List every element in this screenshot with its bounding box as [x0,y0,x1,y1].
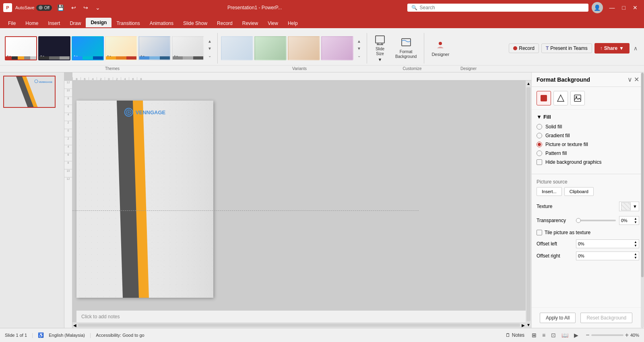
search-input[interactable] [420,5,584,10]
record-button[interactable]: Record [509,43,539,53]
hide-bg-checkbox[interactable] [537,159,542,165]
avatar[interactable]: 👤 [592,2,603,13]
ribbon-collapse-button[interactable]: ∧ [632,44,639,52]
fill-gradient-tab[interactable] [553,91,568,105]
solid-fill-option[interactable]: Solid fill [537,124,639,130]
tab-transitions[interactable]: Transitions [111,19,144,28]
share-button[interactable]: ↑ Share ▼ [594,43,630,54]
notes-button[interactable]: 🗒 Notes [506,332,524,338]
variant-item-2[interactable] [254,36,287,60]
panel-scrollbar[interactable] [641,72,644,328]
save-button[interactable]: 💾 [55,4,66,12]
redo-button[interactable]: ↪ [81,4,90,12]
tab-review[interactable]: Review [237,19,263,28]
theme-item-1[interactable]: Aa [5,36,37,60]
zoom-in-button[interactable]: + [625,332,629,339]
variants-expand[interactable]: ⌄ [355,52,363,59]
fill-section-title[interactable]: ▼ Fill [537,114,639,120]
themes-expand[interactable]: ⌄ [206,52,213,59]
offset-right-value[interactable]: 0% ▲ ▼ [576,251,639,260]
tab-animations[interactable]: Animations [145,19,178,28]
scroll-down-button[interactable]: ▼ [526,322,531,328]
outline-view-button[interactable]: ≡ [540,331,548,340]
minimize-button[interactable]: — [606,4,618,12]
tab-insert[interactable]: Insert [43,19,65,28]
apply-to-all-button[interactable]: Apply to All [540,313,576,323]
gradient-fill-option[interactable]: Gradient fill [537,133,639,138]
fill-image-tab[interactable] [570,91,585,105]
slide-canvas[interactable]: VENNGAGE [76,101,213,298]
texture-select[interactable]: ▼ [619,202,639,211]
tab-design[interactable]: Design [86,18,111,28]
tab-file[interactable]: File [3,19,21,28]
theme-item-5[interactable]: Aa [138,36,171,60]
transparency-value[interactable]: 0% ▲ ▼ [619,216,639,225]
tab-record[interactable]: Record [212,19,237,28]
scroll-left-button[interactable]: ◀ [72,323,77,328]
present-teams-button[interactable]: T Present in Teams [541,43,592,53]
theme-item-6[interactable]: Aa [172,36,204,60]
close-button[interactable]: ✕ [630,4,641,12]
slide-size-button[interactable]: SlideSize ▼ [371,33,389,64]
designer-button[interactable]: Designer [428,38,452,58]
zoom-slider[interactable] [591,334,623,336]
transparency-thumb[interactable] [576,218,581,223]
offset-left-down[interactable]: ▼ [634,244,637,247]
transparency-slider[interactable] [576,220,616,221]
variant-item-3[interactable] [288,36,320,60]
offset-right-down[interactable]: ▼ [634,256,637,260]
insert-picture-button[interactable]: Insert... [537,187,562,196]
undo-button[interactable]: ↩ [69,4,78,12]
variants-scroll-down[interactable]: ▼ [355,45,363,52]
normal-view-button[interactable]: ⊞ [529,331,539,340]
tab-view[interactable]: View [263,19,283,28]
panel-close-button[interactable]: ✕ [634,76,639,83]
theme-item-3[interactable]: Aa [72,36,104,60]
search-box[interactable]: 🔍 [407,4,588,12]
variant-item-1[interactable] [221,36,253,60]
tab-draw[interactable]: Draw [65,19,86,28]
solid-fill-radio[interactable] [537,124,542,130]
offset-left-up[interactable]: ▲ [634,240,637,244]
autosave-toggle[interactable]: Off [36,5,52,11]
themes-scroll-up[interactable]: ▲ [206,37,213,45]
scroll-up-button[interactable]: ▲ [526,80,531,87]
quick-access-button[interactable]: ⌄ [93,4,102,12]
vertical-scrollbar[interactable]: ▲ ▼ [526,80,531,328]
reset-background-button[interactable]: Reset Background [580,313,632,323]
theme-item-4[interactable]: Aa [105,36,137,60]
panel-scroll-thumb[interactable] [641,73,644,277]
themes-scroll-down[interactable]: ▼ [206,45,213,52]
tab-slideshow[interactable]: Slide Show [178,19,212,28]
zoom-out-button[interactable]: − [586,332,589,339]
format-background-button[interactable]: FormatBackground [392,36,420,61]
variant-item-4[interactable] [321,36,353,60]
clipboard-button[interactable]: Clipboard [564,187,594,196]
pattern-fill-radio[interactable] [537,150,542,156]
tile-picture-checkbox[interactable] [537,230,542,235]
reading-view-button[interactable]: 📖 [559,331,571,340]
slide-sorter-button[interactable]: ⊡ [549,331,558,340]
slide-thumbnail-1[interactable]: 1 VENNGAGE [3,76,61,108]
variants-scroll-up[interactable]: ▲ [355,37,363,45]
picture-fill-radio[interactable] [537,142,542,147]
transparency-spinners[interactable]: ▲ ▼ [634,217,637,224]
offset-left-spinners[interactable]: ▲ ▼ [634,240,637,247]
fill-solid-tab[interactable] [537,91,551,105]
offset-left-value[interactable]: 0% ▲ ▼ [576,239,639,248]
panel-collapse-button[interactable]: ∨ [627,76,632,83]
theme-item-2[interactable]: Aa [38,36,70,60]
picture-texture-fill-option[interactable]: Picture or texture fill [537,142,639,147]
pattern-fill-option[interactable]: Pattern fill [537,150,639,156]
restore-button[interactable]: □ [619,4,629,12]
spin-down[interactable]: ▼ [634,220,637,224]
horizontal-scrollbar[interactable]: ◀ ▶ [72,322,526,328]
offset-right-spinners[interactable]: ▲ ▼ [634,252,637,260]
hide-bg-option[interactable]: Hide background graphics [537,159,639,165]
presentation-view-button[interactable]: ▶ [572,331,581,340]
spin-up[interactable]: ▲ [634,217,637,220]
offset-right-up[interactable]: ▲ [634,252,637,256]
notes-area[interactable]: Click to add notes [76,310,526,322]
scroll-right-button[interactable]: ▶ [521,323,526,328]
gradient-fill-radio[interactable] [537,133,542,138]
